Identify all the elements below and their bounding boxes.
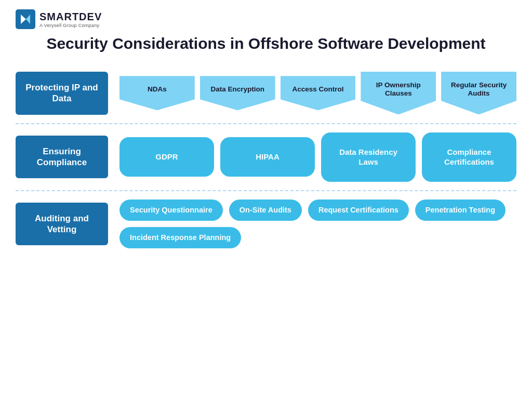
arrow-tag-0: NDAs (119, 76, 195, 110)
arrow-tag-1: Data Encryption (200, 76, 275, 110)
pill-tag-2: Request Certifications (308, 200, 409, 221)
pill-tag-1: On-Site Audits (229, 200, 302, 221)
pill-tag-4: Incident Response Planning (119, 227, 241, 248)
pill-tags-auditing-vetting: Security QuestionnaireOn-Site AuditsRequ… (119, 200, 516, 249)
arrow-tag-4: Regular Security Audits (441, 72, 516, 114)
section-row-protecting-ip: Protecting IP and DataNDAsData Encryptio… (16, 64, 516, 122)
category-label-protecting-ip: Protecting IP and Data (16, 72, 108, 115)
category-label-ensuring-compliance: Ensuring Compliance (16, 136, 108, 179)
logo-name: SMARTDEV (39, 11, 102, 23)
rounded-tag-2: Data Residency Laws (321, 132, 416, 182)
sections-container: Protecting IP and DataNDAsData Encryptio… (16, 64, 516, 256)
rounded-tag-0: GDPR (119, 137, 214, 177)
pill-tag-3: Penetration Testing (415, 200, 506, 221)
page-wrapper: SMARTDEV A Verysell Group Company Securi… (0, 0, 532, 399)
arrow-tag-3: IP Ownership Clauses (361, 72, 436, 114)
rounded-tags-ensuring-compliance: GDPRHIPAAData Residency LawsCompliance C… (119, 132, 516, 182)
page-title: Security Considerations in Offshore Soft… (16, 34, 516, 53)
section-row-auditing-vetting: Auditing and VettingSecurity Questionnai… (16, 192, 516, 256)
rounded-tag-3: Compliance Certifications (422, 132, 516, 182)
logo-text-block: SMARTDEV A Verysell Group Company (39, 11, 102, 28)
smartdev-logo-icon (16, 9, 35, 29)
pill-tag-0: Security Questionnaire (119, 200, 223, 221)
logo-area: SMARTDEV A Verysell Group Company (16, 9, 516, 29)
category-label-auditing-vetting: Auditing and Vetting (16, 203, 108, 246)
divider-1 (16, 190, 516, 191)
rounded-tag-1: HIPAA (220, 137, 315, 177)
arrow-tag-2: Access Control (281, 76, 356, 110)
logo-sub: A Verysell Group Company (39, 23, 102, 28)
section-row-ensuring-compliance: Ensuring ComplianceGDPRHIPAAData Residen… (16, 125, 516, 189)
divider-0 (16, 123, 516, 124)
arrow-tags-protecting-ip: NDAsData EncryptionAccess ControlIP Owne… (119, 72, 516, 114)
